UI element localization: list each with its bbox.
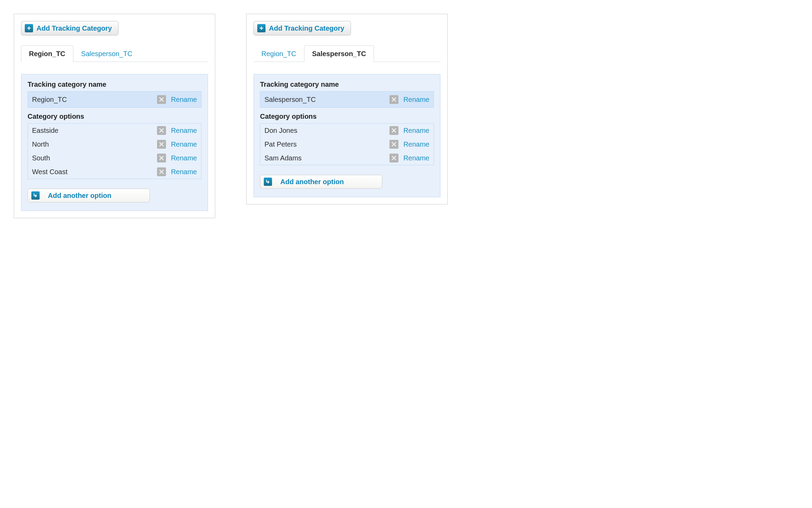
rename-option-link[interactable]: Rename [403, 154, 429, 162]
option-text: Don Jones [264, 127, 385, 135]
delete-option-button[interactable] [157, 167, 166, 176]
rename-option-link[interactable]: Rename [403, 127, 429, 135]
rename-option-link[interactable]: Rename [171, 168, 197, 176]
tracking-category-name-row: Salesperson_TC Rename [260, 91, 434, 108]
add-another-option-label: Add another option [280, 178, 344, 186]
close-icon [392, 142, 396, 147]
tracking-category-name-label: Tracking category name [28, 81, 201, 88]
rename-option-link[interactable]: Rename [171, 127, 197, 135]
close-icon [159, 156, 164, 160]
option-text: Eastside [32, 127, 152, 135]
option-text: West Coast [32, 168, 152, 176]
rename-category-link[interactable]: Rename [171, 96, 197, 104]
close-icon [392, 128, 396, 133]
close-icon [159, 97, 164, 102]
tab-salesperson[interactable]: Salesperson_TC [73, 45, 140, 62]
add-tracking-category-label: Add Tracking Category [269, 24, 344, 32]
option-row: South Rename [28, 151, 201, 165]
delete-option-button[interactable] [157, 126, 166, 135]
add-another-option-label: Add another option [48, 192, 111, 200]
option-text: South [32, 154, 152, 162]
tracking-category-body: Tracking category name Region_TC Rename … [21, 74, 208, 211]
tab-region[interactable]: Region_TC [21, 45, 73, 62]
plus-icon: + [25, 24, 33, 32]
arrow-return-icon [264, 178, 272, 186]
close-icon [159, 142, 164, 147]
tab-bar: Region_TC Salesperson_TC [21, 45, 208, 62]
tracking-category-panel: + Add Tracking Category Region_TC Salesp… [246, 14, 448, 204]
category-options-label: Category options [28, 113, 201, 120]
close-icon [392, 97, 396, 102]
close-icon [159, 169, 164, 174]
option-row: North Rename [28, 137, 201, 151]
tab-salesperson[interactable]: Salesperson_TC [304, 45, 374, 62]
tracking-category-name-row: Region_TC Rename [28, 91, 201, 108]
delete-option-button[interactable] [157, 154, 166, 162]
add-another-option-button[interactable]: Add another option [260, 175, 382, 189]
add-tracking-category-button[interactable]: + Add Tracking Category [253, 21, 351, 35]
category-options-box: Eastside Rename North Rename South Renam… [28, 123, 201, 179]
option-text: North [32, 140, 152, 148]
add-another-option-button[interactable]: Add another option [28, 189, 150, 202]
option-text: Pat Peters [264, 140, 385, 148]
option-row: Don Jones Rename [260, 124, 434, 137]
arrow-return-icon [31, 191, 40, 200]
close-icon [392, 156, 396, 160]
add-tracking-category-button[interactable]: + Add Tracking Category [21, 21, 118, 35]
delete-category-button[interactable] [389, 95, 398, 104]
rename-option-link[interactable]: Rename [171, 140, 197, 148]
rename-option-link[interactable]: Rename [171, 154, 197, 162]
rename-option-link[interactable]: Rename [403, 140, 429, 148]
tracking-category-name-value: Salesperson_TC [264, 96, 385, 104]
close-icon [159, 128, 164, 133]
plus-icon: + [257, 24, 266, 32]
delete-option-button[interactable] [389, 154, 398, 162]
option-row: Sam Adams Rename [260, 151, 434, 165]
option-row: West Coast Rename [28, 165, 201, 179]
rename-category-link[interactable]: Rename [403, 96, 429, 104]
add-tracking-category-label: Add Tracking Category [37, 24, 112, 32]
tracking-category-panel: + Add Tracking Category Region_TC Salesp… [14, 14, 215, 218]
delete-category-button[interactable] [157, 95, 166, 104]
category-options-label: Category options [260, 113, 434, 120]
delete-option-button[interactable] [157, 140, 166, 149]
tab-bar: Region_TC Salesperson_TC [253, 45, 440, 62]
tracking-category-body: Tracking category name Salesperson_TC Re… [253, 74, 440, 197]
tab-region[interactable]: Region_TC [253, 45, 304, 62]
delete-option-button[interactable] [389, 126, 398, 135]
option-text: Sam Adams [264, 154, 385, 162]
option-row: Eastside Rename [28, 124, 201, 137]
category-options-box: Don Jones Rename Pat Peters Rename Sam A… [260, 123, 434, 165]
tracking-category-name-label: Tracking category name [260, 81, 434, 88]
delete-option-button[interactable] [389, 140, 398, 149]
option-row: Pat Peters Rename [260, 137, 434, 151]
tracking-category-name-value: Region_TC [32, 96, 152, 104]
